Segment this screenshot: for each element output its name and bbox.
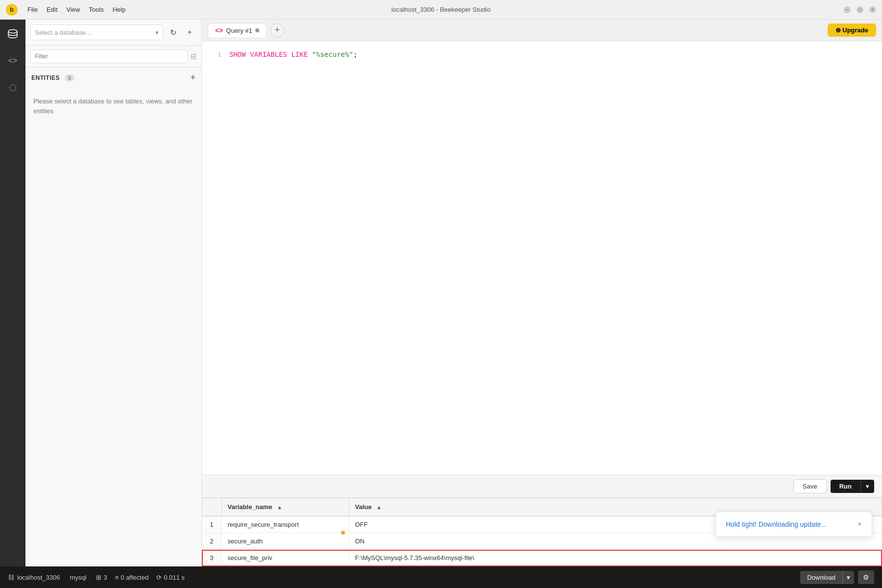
rows-icon: ⊞ [96, 574, 101, 581]
time-icon: ⟳ [156, 574, 162, 581]
entities-label-group: ENTITIES 0 [31, 74, 74, 81]
app-body: <> ◌ Select a database... ▾ ↻ + ⊟ ENTITI… [0, 20, 882, 566]
menu-file[interactable]: File [27, 6, 38, 13]
row-num-2: 2 [202, 533, 221, 550]
editor-toolbar: Save Run ▾ [202, 475, 882, 497]
notification-close-button[interactable]: × [858, 520, 862, 529]
connection-name: localhost_3306 [17, 574, 60, 581]
cell-var-1: require_secure_transport [221, 516, 349, 533]
connection-icon: ⛓ [8, 574, 14, 581]
cell-var-2: secure_auth [221, 533, 349, 550]
affected-icon: ≡ [115, 574, 119, 581]
entities-count: 0 [65, 74, 74, 81]
tab-query-1[interactable]: <> Query #1 [208, 23, 267, 37]
entities-label: ENTITIES [31, 74, 60, 81]
row-num-header [202, 498, 221, 516]
var-name-1: require_secure_transport [228, 521, 299, 528]
col-value-label: Value [355, 503, 372, 511]
menu-bar: File Edit View Tools Help [27, 6, 125, 13]
database-name: mysql [70, 574, 86, 581]
kw-show: SHOW VARIABLES LIKE [229, 50, 312, 58]
statusbar-right: Download ▾ ⚙ [800, 570, 874, 584]
entities-add-button[interactable]: + [190, 73, 196, 83]
minimize-button[interactable]: − [844, 6, 851, 13]
refresh-button[interactable]: ↻ [166, 25, 180, 39]
add-tab-button[interactable]: + [270, 24, 284, 37]
sort-asc-icon: ▲ [277, 504, 282, 510]
filter-icon: ⊟ [191, 52, 196, 60]
window-title: localhost_3306 - Beekeeper Studio [392, 6, 490, 13]
filter-input[interactable] [30, 49, 188, 63]
tabs-left: <> Query #1 + [208, 23, 284, 37]
query-icon: <> [215, 26, 223, 34]
main-area: 1 SHOW VARIABLES LIKE "%secure%"; Save R… [202, 41, 882, 566]
rows-stat: ⊞ 3 [96, 574, 107, 581]
time-stat: ⟳ 0.011 s [156, 574, 185, 581]
entities-header: ENTITIES 0 + [25, 68, 201, 87]
row-num-3: 3 [202, 550, 221, 566]
notification-popup: Hold tight! Downloading update... × [715, 512, 872, 537]
main-content: <> Query #1 + ⊕ Upgrade 1 SHOW VARIABLES… [202, 20, 882, 566]
menu-edit[interactable]: Edit [47, 6, 57, 13]
run-dropdown-button[interactable]: ▾ [860, 480, 874, 493]
filter-bar: ⊟ [25, 46, 201, 68]
maximize-button[interactable]: □ [857, 6, 863, 13]
sidebar-icon-history[interactable]: ◌ [4, 78, 22, 96]
editor-line-1: 1 SHOW VARIABLES LIKE "%secure%"; [212, 49, 872, 60]
menu-tools[interactable]: Tools [89, 6, 103, 13]
cell-val-3: F:\MySQL\mysql-5.7.35-winx64\mysql-file\ [349, 550, 882, 566]
table-row: 3 secure_file_priv F:\MySQL\mysql-5.7.35… [202, 550, 882, 566]
titlebar-left: b File Edit View Tools Help [6, 4, 125, 16]
col-variable-name-label: Variable_name [228, 503, 272, 511]
window-controls: − □ × [844, 6, 876, 13]
statusbar: ⛓ localhost_3306 mysql ⊞ 3 ≡ 0 affected … [0, 566, 882, 588]
menu-view[interactable]: View [66, 6, 80, 13]
db-dropdown[interactable]: Select a database... ▾ [30, 24, 163, 40]
icon-sidebar: <> ◌ [0, 20, 25, 566]
download-button[interactable]: Download [800, 571, 842, 584]
upgrade-button[interactable]: ⊕ Upgrade [828, 24, 876, 37]
yellow-dot [341, 531, 345, 535]
query-stats: ⊞ 3 ≡ 0 affected ⟳ 0.011 s [96, 574, 184, 581]
titlebar: b File Edit View Tools Help localhost_33… [0, 0, 882, 20]
download-dropdown-button[interactable]: ▾ [842, 571, 854, 584]
affected-stat: ≡ 0 affected [115, 574, 148, 581]
time-text: 0.011 s [164, 574, 185, 581]
entities-empty-message: Please select a database to see tables, … [25, 87, 201, 125]
close-button[interactable]: × [869, 6, 876, 13]
affected-text: 0 affected [121, 574, 148, 581]
db-placeholder: Select a database... [35, 29, 91, 36]
app-logo: b [6, 4, 18, 16]
cell-var-3: secure_file_priv [221, 550, 349, 566]
statusbar-left: ⛓ localhost_3306 mysql ⊞ 3 ≡ 0 affected … [8, 574, 185, 581]
col-variable-name[interactable]: Variable_name ▲ [221, 498, 349, 516]
add-connection-button[interactable]: + [183, 25, 196, 39]
query-editor[interactable]: 1 SHOW VARIABLES LIKE "%secure%"; [202, 41, 882, 475]
db-selector: Select a database... ▾ ↻ + [25, 20, 201, 46]
punc-semi: ; [353, 50, 357, 58]
download-button-group: Download ▾ [800, 571, 854, 584]
chevron-down-icon: ▾ [155, 29, 159, 36]
tab-unsaved-dot [255, 28, 259, 32]
code-line-1: SHOW VARIABLES LIKE "%secure%"; [229, 49, 357, 60]
run-button[interactable]: Run [831, 480, 860, 493]
run-button-group: Run ▾ [831, 480, 874, 493]
menu-help[interactable]: Help [113, 6, 126, 13]
notification-text: Hold tight! Downloading update... [726, 520, 827, 528]
save-button[interactable]: Save [793, 479, 827, 493]
sidebar-icon-database[interactable] [4, 25, 22, 43]
left-panel: Select a database... ▾ ↻ + ⊟ ENTITIES 0 … [25, 20, 202, 566]
tab-label: Query #1 [226, 27, 252, 34]
svg-point-0 [8, 30, 17, 33]
line-number-1: 1 [212, 49, 221, 60]
str-secure: "%secure%" [312, 50, 353, 58]
row-num-1: 1 [202, 516, 221, 533]
rows-count: 3 [103, 574, 107, 581]
query-tabs: <> Query #1 + ⊕ Upgrade [202, 20, 882, 41]
sidebar-icon-code[interactable]: <> [4, 52, 22, 70]
sort-asc-icon-2: ▲ [376, 504, 382, 510]
settings-button[interactable]: ⚙ [858, 570, 874, 584]
connection-info: ⛓ localhost_3306 [8, 574, 60, 581]
